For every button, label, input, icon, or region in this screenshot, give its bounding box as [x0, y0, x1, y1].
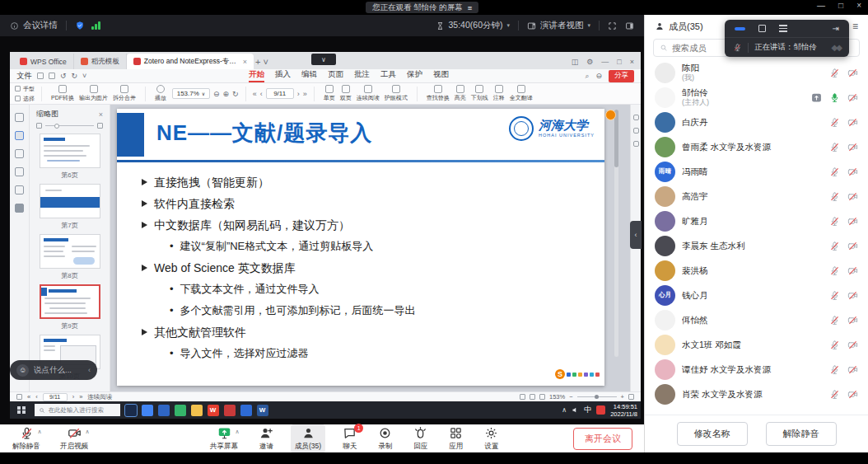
cam-off-icon[interactable] [847, 340, 858, 350]
settings-icon[interactable]: ⚙ [586, 58, 593, 66]
more-icon[interactable]: ˅ [82, 72, 86, 80]
attachment-icon[interactable] [15, 167, 24, 176]
menu-4[interactable]: 批注 [354, 69, 370, 82]
undo-icon[interactable]: ↺ [60, 72, 67, 80]
close-tab-icon[interactable]: × [243, 58, 247, 66]
mic-off-icon[interactable] [829, 68, 840, 78]
mic-off-icon[interactable] [829, 340, 840, 350]
thumbnails-icon[interactable] [15, 131, 24, 140]
share-toolbar-collapsed[interactable]: ∨ [311, 54, 336, 65]
cam-off-icon[interactable] [847, 68, 858, 78]
taskbar-app-folder[interactable] [191, 405, 203, 416]
panel-collapse-handle[interactable]: ‹ [630, 221, 642, 249]
mic-off-icon[interactable] [829, 265, 840, 276]
split-view-icon[interactable]: ◫ [572, 58, 579, 66]
document-tab[interactable]: WPS Office [13, 54, 74, 69]
toolbar-members-button[interactable]: 成员(35) [291, 424, 325, 453]
member-row[interactable]: 陈阳(我) [645, 60, 868, 85]
mic-off-icon[interactable] [829, 364, 840, 375]
mic-off-icon[interactable] [829, 290, 840, 301]
thumbnail-zoom-slider[interactable] [30, 121, 110, 132]
view-single-icon[interactable] [520, 394, 525, 400]
ribbon-双页[interactable]: 双页 [338, 85, 354, 102]
member-row[interactable]: 高浩宇 [645, 184, 868, 209]
first-page-icon[interactable]: « [27, 393, 30, 401]
search-menu-icon[interactable]: ⌕ [585, 72, 589, 81]
chevron-up-icon[interactable]: ∧ [85, 429, 89, 435]
ribbon-高亮[interactable]: 高亮 [452, 85, 469, 102]
meeting-timer[interactable]: 35:40(60分钟) ▾ [436, 20, 510, 31]
member-row[interactable]: 白庆丹 [645, 110, 868, 134]
cam-off-icon[interactable] [847, 315, 858, 326]
tray-expand-icon[interactable]: ∧ [562, 406, 567, 414]
unmute-button[interactable]: 解除静音 [766, 422, 837, 446]
next-page-icon[interactable]: › [297, 90, 300, 98]
mic-off-icon[interactable] [829, 315, 840, 326]
meeting-details[interactable]: 会议详情 [10, 20, 58, 31]
wps-restore-button[interactable]: □ [617, 58, 621, 66]
quick-chat-bubble[interactable]: ☺ 说点什么... ‹ [10, 360, 97, 380]
ribbon-手型[interactable]: 手型 [15, 85, 35, 93]
next-page-icon[interactable]: › [72, 393, 75, 401]
print-icon[interactable] [49, 73, 55, 79]
comment-icon[interactable] [15, 149, 24, 158]
save-icon[interactable] [37, 73, 44, 79]
member-row[interactable]: 曾雨柔 水文学及水资源 [645, 134, 868, 159]
start-button[interactable] [13, 406, 30, 415]
fit-page-icon[interactable] [628, 394, 634, 400]
view-mode-selector[interactable]: 演讲者视图 ▾ [527, 20, 590, 31]
status-page-indicator[interactable]: 9/11 [43, 393, 68, 401]
read-mode-label[interactable]: 连续阅读 [87, 393, 112, 401]
taskbar-app-docs[interactable] [240, 405, 252, 416]
network-signal-icon[interactable] [91, 21, 100, 30]
zoom-select[interactable]: 153.7%∨ [172, 88, 210, 99]
emoji-icon[interactable]: ☺ [16, 364, 29, 377]
cam-off-icon[interactable] [847, 191, 858, 202]
wps-close-button[interactable]: × [630, 58, 634, 66]
ribbon-下划线[interactable]: 下划线 [469, 85, 491, 102]
member-row[interactable]: 邹怡伶(主持人) [645, 85, 868, 110]
page-thumbnail[interactable]: 第6页 [40, 134, 100, 180]
cam-off-icon[interactable] [847, 364, 858, 375]
toolbar-record-button[interactable]: 录制 [374, 424, 396, 453]
toolbar-chat-button[interactable]: 1聊天 [338, 424, 361, 453]
page-thumbnail[interactable]: 第9页 [40, 284, 100, 330]
pane-toggle-icon[interactable] [16, 394, 22, 400]
zoom-in-icon[interactable]: + [621, 393, 624, 401]
toolbar-share-button[interactable]: ∧共享屏幕 [206, 424, 242, 453]
ribbon-全文翻译[interactable]: 全文翻译 [507, 85, 535, 102]
member-row[interactable]: 水文1班 邓如霞 [645, 332, 868, 357]
ribbon-护眼模式[interactable]: 护眼模式 [382, 85, 410, 102]
toolbar-settings-button[interactable]: 设置 [480, 424, 502, 453]
pen-icon[interactable] [15, 185, 24, 195]
view-double-icon[interactable] [530, 394, 535, 400]
last-page-icon[interactable]: » [303, 90, 307, 98]
collapse-chat-icon[interactable]: ‹ [88, 366, 91, 374]
ribbon-单页[interactable]: 单页 [321, 85, 338, 102]
toolbar-video-button[interactable]: ∧开启视频 [56, 424, 92, 453]
prev-page-icon[interactable]: ‹ [260, 90, 263, 98]
share-chip-icon[interactable] [811, 92, 822, 103]
document-canvas[interactable]: NE——文献/题录导入 河海大学 HOHAI UNIVERSITY 直接拖拽（智… [110, 105, 630, 391]
taskbar-app-wps[interactable]: W [208, 405, 219, 416]
play-button[interactable]: 播放 [152, 85, 169, 102]
taskbar-app-word[interactable]: W [257, 405, 268, 416]
mic-off-icon[interactable] [829, 241, 840, 251]
menu-1[interactable]: 插入 [275, 69, 291, 82]
leave-meeting-button[interactable]: 离开会议 [573, 428, 632, 450]
menu-6[interactable]: 保护 [407, 69, 422, 82]
panel-menu-icon[interactable]: ≡ [852, 21, 858, 32]
close-button[interactable]: × [856, 1, 861, 10]
wps-minimize-button[interactable]: — [601, 58, 609, 66]
cam-off-icon[interactable] [847, 389, 858, 400]
member-row[interactable]: 李晨东 生态水利 [645, 233, 868, 258]
canvas-scrollbar[interactable] [614, 110, 618, 357]
menu-0[interactable]: 开始 [249, 69, 264, 82]
taskbar-app-pdf-app[interactable] [224, 405, 236, 416]
chevron-up-icon[interactable]: ∧ [37, 429, 41, 435]
minimize-ribbon-icon[interactable]: ⊖ [595, 72, 602, 80]
last-page-icon[interactable]: » [79, 393, 82, 401]
close-thumbnails-icon[interactable]: × [99, 110, 103, 119]
cam-off-icon[interactable] [847, 142, 858, 152]
zoom-slider[interactable] [577, 396, 617, 397]
